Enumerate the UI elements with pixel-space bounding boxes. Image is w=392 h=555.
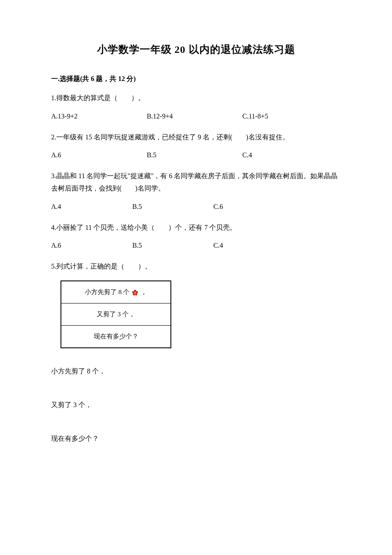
option-a: A.6 bbox=[51, 240, 132, 252]
box-row-1-post: ， bbox=[141, 289, 147, 295]
question-5-box: 小方先剪了 8 个 ， 又剪了 3 个， 现在有多少个？ bbox=[61, 280, 171, 348]
question-3-options: A.4 B.5 C.6 bbox=[51, 201, 341, 213]
svg-point-0 bbox=[134, 290, 136, 292]
option-a: A.13-9+2 bbox=[51, 110, 147, 123]
repeat-line-2: 又剪了 3 个， bbox=[51, 399, 341, 411]
option-c: C.11-8+5 bbox=[242, 110, 338, 123]
box-row-3: 现在有多少个？ bbox=[61, 326, 170, 347]
question-5-text: 5.列式计算，正确的是（ ）。 bbox=[51, 260, 341, 273]
section-header: 一.选择题(共 6 题，共 12 分) bbox=[51, 74, 341, 84]
box-row-2: 又剪了 3 个， bbox=[61, 304, 170, 326]
question-4-text: 4.小丽捡了 11 个贝壳，送给小美（ ）个，还有 7 个贝壳。 bbox=[51, 222, 341, 234]
flower-icon bbox=[131, 289, 139, 297]
svg-point-2 bbox=[135, 293, 137, 295]
question-3: 3.晶晶和 11 名同学一起玩"捉迷藏"，有 6 名同学藏在房子后面，其余同学藏… bbox=[51, 170, 341, 213]
question-1-text: 1.得数最大的算式是（ ）。 bbox=[51, 92, 341, 104]
svg-point-1 bbox=[136, 291, 138, 293]
option-c: C.4 bbox=[242, 149, 338, 162]
question-3-text: 3.晶晶和 11 名同学一起玩"捉迷藏"，有 6 名同学藏在房子后面，其余同学藏… bbox=[51, 170, 341, 195]
question-5-repeat: 小方先剪了 8 个， 又剪了 3 个， 现在有多少个？ bbox=[51, 365, 341, 445]
option-b: B.12-9+4 bbox=[147, 110, 242, 123]
question-2-text: 2.一年级有 15 名同学玩捉迷藏游戏，已经捉住了 9 名，还剩( )名没有捉住… bbox=[51, 131, 341, 144]
question-2: 2.一年级有 15 名同学玩捉迷藏游戏，已经捉住了 9 名，还剩( )名没有捉住… bbox=[51, 131, 341, 162]
question-4: 4.小丽捡了 11 个贝壳，送给小美（ ）个，还有 7 个贝壳。 A.6 B.5… bbox=[51, 222, 341, 252]
option-c: C.6 bbox=[213, 201, 223, 213]
box-row-1-pre: 小方先剪了 8 个 bbox=[85, 289, 130, 295]
box-row-1: 小方先剪了 8 个 ， bbox=[61, 281, 170, 304]
option-b: B.5 bbox=[147, 149, 242, 162]
svg-point-5 bbox=[134, 292, 135, 293]
repeat-line-3: 现在有多少个？ bbox=[51, 433, 341, 445]
svg-point-4 bbox=[132, 291, 134, 293]
question-1-options: A.13-9+2 B.12-9+4 C.11-8+5 bbox=[51, 110, 341, 123]
option-b: B.5 bbox=[132, 240, 213, 252]
svg-point-3 bbox=[133, 293, 135, 295]
option-a: A.4 bbox=[51, 201, 132, 213]
question-2-options: A.6 B.5 C.4 bbox=[51, 149, 341, 162]
option-c: C.4 bbox=[213, 240, 223, 252]
question-1: 1.得数最大的算式是（ ）。 A.13-9+2 B.12-9+4 C.11-8+… bbox=[51, 92, 341, 123]
question-5: 5.列式计算，正确的是（ ）。 小方先剪了 8 个 ， 又剪了 3 个， bbox=[51, 260, 341, 445]
option-b: B.5 bbox=[132, 201, 213, 213]
repeat-line-1: 小方先剪了 8 个， bbox=[51, 365, 341, 378]
page-title: 小学数学一年级 20 以内的退位减法练习题 bbox=[51, 43, 341, 57]
option-a: A.6 bbox=[51, 149, 147, 162]
question-4-options: A.6 B.5 C.4 bbox=[51, 240, 341, 252]
